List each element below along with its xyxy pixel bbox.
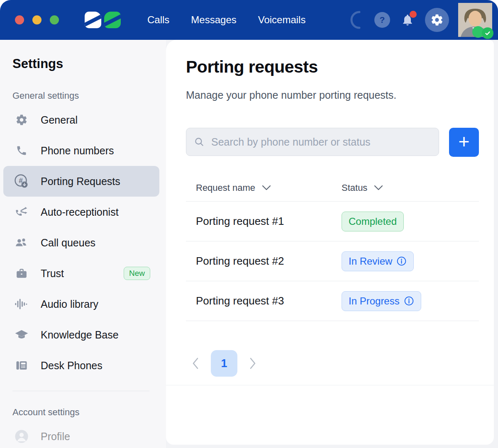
user-avatar[interactable] — [458, 3, 492, 37]
sidebar-item-label: Porting Requests — [41, 175, 120, 187]
request-name: Porting request #1 — [186, 215, 337, 228]
section-label-general-settings: General settings — [12, 90, 166, 101]
sidebar-item-label: General — [41, 114, 78, 126]
page-subtitle: Manage your phone number porting request… — [186, 89, 479, 101]
sidebar-item-audio-library[interactable]: Audio library — [3, 289, 159, 319]
crescent-decoration — [348, 10, 364, 29]
status-badge-in-progress: In Progress — [342, 291, 421, 311]
request-name: Porting request #3 — [186, 295, 337, 307]
sidebar-item-call-queues[interactable]: Call queues — [3, 227, 159, 258]
minimize-window-button[interactable] — [32, 15, 42, 24]
sidebar-item-desk-phones[interactable]: Desk Phones — [3, 350, 159, 381]
waveform-icon — [12, 298, 31, 310]
status-cell: In Progress — [337, 291, 479, 311]
sidebar-item-profile[interactable]: Profile — [3, 421, 159, 448]
sidebar-item-label: Phone numbers — [41, 145, 114, 157]
previous-page-button[interactable] — [187, 355, 204, 372]
nav-item-messages[interactable]: Messages — [191, 14, 236, 26]
person-icon — [12, 429, 31, 443]
sidebar-item-phone-numbers[interactable]: Phone numbers — [3, 135, 159, 166]
search-box[interactable] — [186, 128, 439, 156]
search-row: + — [186, 128, 479, 157]
question-mark-icon: ? — [380, 15, 385, 25]
settings-button-active[interactable] — [425, 8, 449, 32]
desk-phone-icon — [12, 359, 31, 372]
next-page-button[interactable] — [244, 355, 261, 372]
status-cell: Completed — [337, 212, 479, 231]
table-row[interactable]: Porting request #3 In Progress — [186, 281, 479, 321]
notification-dot — [410, 11, 417, 18]
table-row[interactable]: Porting request #2 In Review — [186, 241, 479, 281]
sidebar-item-auto-receptionist[interactable]: Auto-receptionist — [3, 197, 159, 227]
card-footer-divider — [166, 385, 494, 385]
new-badge: New — [124, 267, 150, 280]
chevron-left-icon — [191, 357, 200, 370]
notifications-button[interactable] — [400, 12, 415, 28]
porting-requests-table: Request name Status Porting request #1 C… — [186, 174, 479, 321]
chevron-down-icon — [374, 185, 383, 191]
status-cell: In Review — [337, 251, 479, 271]
status-badge-completed: Completed — [342, 212, 404, 231]
logo-right-glyph — [104, 12, 121, 28]
sidebar-item-porting-requests[interactable]: # Porting Requests — [3, 166, 159, 197]
sidebar-item-label: Trust — [41, 268, 64, 280]
help-button[interactable]: ? — [374, 12, 390, 28]
dialpad-logo[interactable] — [85, 12, 121, 28]
app-window: Calls Messages Voicemails ? — [0, 0, 498, 448]
pagination: 1 — [186, 350, 479, 377]
briefcase-icon — [12, 268, 31, 279]
sidebar-item-label: Knowledge Base — [41, 329, 119, 341]
page-title: Porting requests — [186, 40, 479, 77]
sidebar-item-knowledge-base[interactable]: Knowledge Base — [3, 319, 159, 350]
sidebar-divider — [12, 391, 149, 391]
check-icon — [484, 30, 491, 37]
request-name: Porting request #2 — [186, 255, 337, 268]
info-icon[interactable] — [396, 256, 407, 266]
sidebar-item-label: Call queues — [41, 237, 95, 249]
gear-icon — [430, 13, 444, 27]
topbar: Calls Messages Voicemails ? — [0, 0, 498, 40]
phone-icon — [12, 145, 31, 156]
graduation-cap-icon — [12, 329, 31, 341]
people-icon — [12, 236, 31, 249]
column-header-request-name[interactable]: Request name — [186, 183, 337, 193]
zoom-window-button[interactable] — [50, 15, 59, 24]
section-label-account-settings: Account settings — [12, 407, 166, 418]
call-split-icon — [12, 205, 31, 219]
sidebar-item-trust[interactable]: Trust New — [3, 258, 159, 289]
search-icon — [194, 136, 205, 147]
sidebar-item-label: Audio library — [41, 298, 98, 310]
window-controls — [15, 15, 59, 24]
info-icon[interactable] — [404, 296, 414, 306]
close-window-button[interactable] — [15, 15, 24, 24]
plus-icon: + — [459, 132, 470, 151]
sidebar-item-label: Desk Phones — [41, 360, 103, 372]
gear-icon — [12, 114, 31, 126]
chevron-right-icon — [249, 357, 257, 370]
search-input[interactable] — [210, 136, 431, 149]
porting-requests-panel: Porting requests Manage your phone numbe… — [166, 40, 494, 445]
primary-nav: Calls Messages Voicemails — [147, 14, 305, 26]
sidebar-item-general[interactable]: General — [3, 105, 159, 135]
page-number-current[interactable]: 1 — [211, 350, 237, 377]
sidebar-title: Settings — [12, 56, 166, 71]
settings-sidebar: Settings General settings General Phone … — [0, 40, 166, 448]
status-badge-in-review: In Review — [342, 251, 414, 271]
chevron-down-icon — [262, 185, 271, 191]
table-row[interactable]: Porting request #1 Completed — [186, 202, 479, 241]
nav-item-voicemails[interactable]: Voicemails — [258, 14, 306, 26]
porting-icon: # — [12, 173, 31, 190]
nav-item-calls[interactable]: Calls — [147, 14, 169, 26]
sidebar-item-label: Auto-receptionist — [41, 206, 119, 218]
sidebar-item-label: Profile — [41, 431, 70, 443]
topbar-actions: ? — [348, 3, 492, 37]
verified-badge — [482, 27, 493, 39]
add-porting-request-button[interactable]: + — [449, 128, 479, 157]
column-header-status[interactable]: Status — [337, 183, 479, 193]
table-header: Request name Status — [186, 174, 479, 202]
logo-left-glyph — [85, 12, 101, 28]
